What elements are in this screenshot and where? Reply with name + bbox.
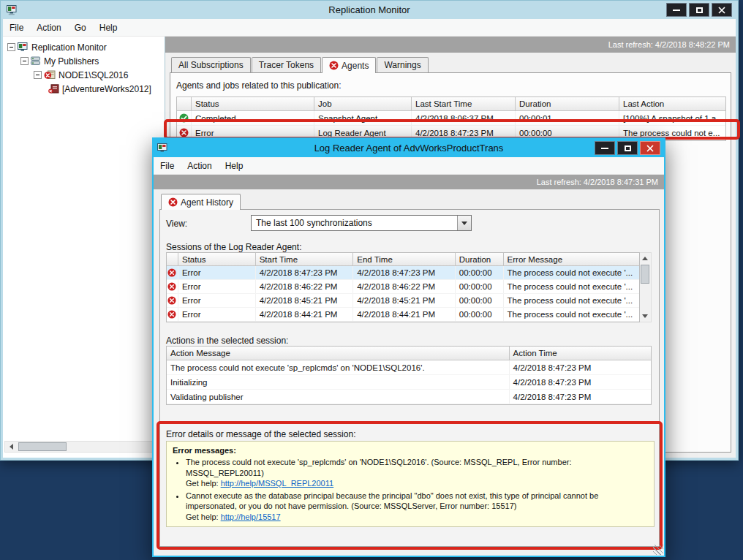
replication-monitor-app-icon xyxy=(7,5,18,15)
header-status[interactable]: Status xyxy=(192,97,314,110)
close-button[interactable] xyxy=(712,3,732,17)
error-message-item: The process could not execute 'sp_replcm… xyxy=(186,457,646,488)
agent-history-page: View: The last 100 synchronizations Sess… xyxy=(159,209,660,547)
error-message-text: Cannot execute as the database principal… xyxy=(186,491,598,510)
minimize-button[interactable] xyxy=(666,3,687,17)
action-time-cell: 4/2/2018 8:47:23 PM xyxy=(510,390,651,404)
collapse-toggle-icon[interactable] xyxy=(34,71,42,79)
help-link[interactable]: http://help/MSSQL_REPL20011 xyxy=(221,479,334,488)
header-job[interactable]: Job xyxy=(314,97,412,110)
minimize-button[interactable] xyxy=(595,141,615,155)
sessions-label: Sessions of the Log Reader Agent: xyxy=(166,242,301,252)
scrollbar-thumb[interactable] xyxy=(641,265,649,284)
header-action-time[interactable]: Action Time xyxy=(510,347,651,360)
header-duration[interactable]: Duration xyxy=(456,253,504,265)
header-start-time[interactable]: Start Time xyxy=(256,253,354,265)
tab-warnings[interactable]: Warnings xyxy=(377,57,428,72)
status-cell: Error xyxy=(178,266,256,279)
menu-action[interactable]: Action xyxy=(181,157,218,174)
header-status-icon[interactable] xyxy=(177,97,192,110)
header-last-action[interactable]: Last Action xyxy=(619,97,725,110)
header-status[interactable]: Status xyxy=(178,253,256,265)
maximize-button[interactable] xyxy=(689,3,709,17)
tree-item-my-publishers[interactable]: My Publishers xyxy=(3,54,165,68)
error-message-cell: The process could not execute '... xyxy=(504,308,639,321)
maximize-icon xyxy=(625,145,631,151)
header-end-time[interactable]: End Time xyxy=(353,253,456,265)
header-status-icon[interactable] xyxy=(167,253,178,265)
status-cell: Error xyxy=(178,280,256,293)
horizontal-scrollbar[interactable] xyxy=(4,441,162,453)
session-row[interactable]: Error 4/2/2018 8:45:21 PM 4/2/2018 8:45:… xyxy=(167,294,639,308)
header-duration[interactable]: Duration xyxy=(516,97,619,110)
view-dropdown-value: The last 100 synchronizations xyxy=(252,216,457,230)
tab-agents[interactable]: Agents xyxy=(322,57,376,73)
desktop: Replication Monitor File Action Go Help xyxy=(0,0,743,560)
collapse-toggle-icon[interactable] xyxy=(7,43,15,51)
scroll-down-button[interactable] xyxy=(640,311,650,322)
tree-item-adventureworks2012[interactable]: [AdventureWorks2012] xyxy=(3,82,165,96)
error-icon xyxy=(329,61,339,70)
status-cell-icon xyxy=(167,308,178,321)
session-row[interactable]: Error 4/2/2018 8:47:23 PM 4/2/2018 8:47:… xyxy=(167,266,639,280)
tree-item-label: NODE1\SQL2016 xyxy=(59,70,128,80)
sessions-table-wrap: Status Start Time End Time Duration Erro… xyxy=(166,252,652,322)
chevron-down-icon[interactable] xyxy=(457,216,471,230)
tree-item-replication-monitor[interactable]: Replication Monitor xyxy=(3,40,165,54)
action-time-cell: 4/2/2018 8:47:23 PM xyxy=(510,360,651,374)
arrow-down-icon xyxy=(642,314,648,321)
maximize-button[interactable] xyxy=(617,141,638,155)
error-messages-heading: Error messages: xyxy=(173,445,646,455)
dialog-titlebar: Log Reader Agent of AdvWorksProductTrans xyxy=(154,139,664,157)
tree-item-label: My Publishers xyxy=(44,56,99,67)
status-cell: Error xyxy=(178,294,256,307)
get-help-label: Get help: xyxy=(186,512,219,521)
error-message-cell: The process could not execute '... xyxy=(504,266,639,279)
menu-file[interactable]: File xyxy=(154,157,181,174)
menu-help[interactable]: Help xyxy=(93,19,124,36)
duration-cell: 00:00:00 xyxy=(456,266,504,279)
menu-go[interactable]: Go xyxy=(68,19,93,36)
menu-file[interactable]: File xyxy=(3,19,30,36)
dialog-title: Log Reader Agent of AdvWorksProductTrans xyxy=(154,143,664,154)
action-row[interactable]: The process could not execute 'sp_replcm… xyxy=(167,360,651,375)
actions-label: Actions in the selected session: xyxy=(166,336,288,346)
table-row-snapshot-agent[interactable]: Completed Snapshot Agent 4/2/2018 8:06:3… xyxy=(177,111,725,126)
error-details-box: Error messages: The process could not ex… xyxy=(166,441,655,527)
error-message-item: The process could not execute 'sp_replcm… xyxy=(186,524,646,527)
start-time-cell: 4/2/2018 8:45:21 PM xyxy=(256,294,354,307)
last-refresh-bar: Last refresh: 4/2/2018 8:48:22 PM xyxy=(165,37,736,53)
action-row[interactable]: Initializing 4/2/2018 8:47:23 PM xyxy=(167,375,651,390)
tab-all-subscriptions[interactable]: All Subscriptions xyxy=(171,57,251,72)
actions-table: Action Message Action Time The process c… xyxy=(166,346,652,405)
end-time-cell: 4/2/2018 8:45:21 PM xyxy=(353,294,456,307)
job-cell: Snapshot Agent xyxy=(314,111,412,125)
header-last-start-time[interactable]: Last Start Time xyxy=(412,97,516,110)
window-title: Replication Monitor xyxy=(3,4,736,15)
help-link[interactable]: http://help/15517 xyxy=(221,512,281,521)
scroll-up-button[interactable] xyxy=(640,253,650,264)
tab-agent-history[interactable]: Agent History xyxy=(161,194,241,210)
action-row[interactable]: Validating publisher 4/2/2018 8:47:23 PM xyxy=(167,390,651,404)
close-button[interactable] xyxy=(640,141,660,155)
main-titlebar: Replication Monitor xyxy=(3,1,736,19)
scroll-left-button[interactable] xyxy=(6,442,17,452)
tab-tracer-tokens[interactable]: Tracer Tokens xyxy=(252,57,321,72)
start-time-cell: 4/2/2018 8:46:22 PM xyxy=(256,280,354,293)
tab-label: All Subscriptions xyxy=(178,60,244,70)
session-row[interactable]: Error 4/2/2018 8:44:21 PM 4/2/2018 8:44:… xyxy=(167,308,639,322)
tree-item-node1-sql2016[interactable]: NODE1\SQL2016 xyxy=(3,68,165,82)
header-action-message[interactable]: Action Message xyxy=(167,347,510,360)
collapse-toggle-icon[interactable] xyxy=(20,57,29,65)
publishers-icon xyxy=(31,56,41,66)
menu-action[interactable]: Action xyxy=(30,19,67,36)
session-row[interactable]: Error 4/2/2018 8:46:22 PM 4/2/2018 8:46:… xyxy=(167,280,639,294)
scrollbar-thumb[interactable] xyxy=(18,442,67,451)
resize-grip[interactable] xyxy=(653,545,663,555)
status-cell-icon xyxy=(167,294,178,307)
header-error-message[interactable]: Error Message xyxy=(504,253,639,265)
menu-help[interactable]: Help xyxy=(219,157,250,174)
vertical-scrollbar[interactable] xyxy=(640,252,652,322)
view-dropdown[interactable]: The last 100 synchronizations xyxy=(251,215,472,231)
duration-cell: 00:00:01 xyxy=(516,111,619,125)
